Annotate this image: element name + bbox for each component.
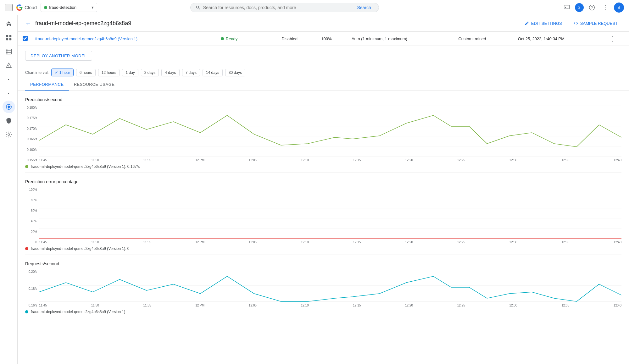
project-name: fraud-detection xyxy=(49,5,90,10)
predictions-chart-svg xyxy=(39,106,621,156)
svg-rect-0 xyxy=(564,5,570,9)
traffic-split: — xyxy=(258,32,278,46)
sidebar-item-6[interactable]: ● xyxy=(3,87,15,99)
code-icon xyxy=(573,21,578,26)
error-legend-dot xyxy=(25,247,28,250)
predictions-legend-dot xyxy=(25,165,28,168)
interval-1day-button[interactable]: 1 day xyxy=(122,69,138,76)
header-actions: EDIT SETTINGS SAMPLE REQUEST xyxy=(520,19,621,28)
prediction-error-section: Prediction error percentage 100% 80% 60%… xyxy=(18,173,629,255)
error-chart-area: 11:45 11:50 11:55 12 PM 12:05 12:10 12:1… xyxy=(39,188,621,244)
requests-legend-text: fraud-ml-deployed-model-qemec2zg4b6s8a9 … xyxy=(31,310,125,314)
svg-rect-6 xyxy=(9,38,11,40)
sidebar-item-alert[interactable] xyxy=(3,59,15,72)
top-nav: Cloud fraud-detection ▾ Search 2 ? ⋮ B xyxy=(0,0,629,15)
user-avatar[interactable]: B xyxy=(614,3,624,13)
requests-chart-svg xyxy=(39,270,621,301)
terminal-icon-button[interactable] xyxy=(561,2,572,13)
help-icon-button[interactable]: ? xyxy=(586,2,598,13)
project-selector[interactable]: fraud-detection ▾ xyxy=(41,3,97,12)
chevron-down-icon: ▾ xyxy=(92,5,94,10)
nav-icons: 2 ? ⋮ B xyxy=(561,2,624,13)
deployed-models-table: fraud-ml-deployed-model-qemec2zg4b6s8a9 … xyxy=(18,32,629,46)
chart-interval-controls: Chart interval: ✓ 1 hour 6 hours 12 hour… xyxy=(18,66,629,76)
interval-2days-button[interactable]: 2 days xyxy=(141,69,159,76)
model-type: Custom trained xyxy=(454,32,514,46)
svg-rect-4 xyxy=(9,35,11,37)
sidebar-item-5[interactable]: ● xyxy=(3,73,15,85)
svg-rect-7 xyxy=(6,49,11,54)
svg-point-13 xyxy=(8,134,10,135)
search-button[interactable]: Search xyxy=(354,5,373,10)
sidebar-item-integrations[interactable] xyxy=(3,128,15,141)
google-cloud-logo: Cloud xyxy=(16,4,37,11)
model-name-link[interactable]: fraud-ml-deployed-model-qemec2zg4b6s8a9 … xyxy=(35,36,137,41)
predictions-legend: fraud-ml-deployed-model-qemec2zg4b6s8a9 … xyxy=(25,164,621,169)
status-dot-icon xyxy=(221,37,224,40)
requests-chart-wrapper: 0.20/s 0.18/s 0.16/s 11:45 11:50 11:55 xyxy=(25,270,621,307)
interval-1hour-label: 1 hour xyxy=(59,70,70,75)
deploy-another-model-button[interactable]: DEPLOY ANOTHER MODEL xyxy=(25,51,92,61)
interval-7days-button[interactable]: 7 days xyxy=(182,69,200,76)
row-more-button[interactable]: ⋮ xyxy=(610,35,616,42)
sidebar-item-vertex-ai[interactable] xyxy=(3,101,15,113)
edit-icon xyxy=(524,21,529,26)
requests-chart-title: Requests/second xyxy=(25,261,621,266)
chart-tabs: PERFORMANCE RESOURCE USAGE xyxy=(18,79,629,91)
svg-rect-5 xyxy=(6,38,8,40)
tab-resource-usage[interactable]: RESOURCE USAGE xyxy=(69,79,120,91)
tab-performance[interactable]: PERFORMANCE xyxy=(25,79,69,91)
main-content: ← fraud-ml-model-ep-qemec2zg4b6s8a9 EDIT… xyxy=(18,15,629,364)
predictions-per-second-section: Predictions/second 0.180/s 0.175/s 0.170… xyxy=(18,91,629,173)
error-chart-wrapper: 100% 80% 60% 40% 20% 0 xyxy=(25,188,621,244)
sidebar-item-home[interactable] xyxy=(3,18,15,30)
sidebar-item-security[interactable] xyxy=(3,114,15,127)
page-header: ← fraud-ml-model-ep-qemec2zg4b6s8a9 EDIT… xyxy=(18,15,629,32)
interval-4days-button[interactable]: 4 days xyxy=(161,69,179,76)
sidebar-item-analytics[interactable] xyxy=(3,45,15,58)
deployed-date: Oct 25, 2022, 1:40:34 PM xyxy=(514,32,606,46)
svg-rect-3 xyxy=(6,35,8,37)
sidebar-item-dashboard[interactable] xyxy=(3,31,15,44)
interval-6hours-button[interactable]: 6 hours xyxy=(76,69,96,76)
hamburger-menu[interactable] xyxy=(5,4,13,11)
predictions-chart-title: Predictions/second xyxy=(25,97,621,102)
notification-badge[interactable]: 2 xyxy=(575,3,584,12)
google-logo-icon xyxy=(16,4,23,11)
interval-30days-button[interactable]: 30 days xyxy=(225,69,245,76)
predictions-chart-wrapper: 0.180/s 0.175/s 0.170/s 0.165/s 0.160/s … xyxy=(25,106,621,162)
project-status-dot xyxy=(44,6,47,9)
interval-1hour-button[interactable]: ✓ 1 hour xyxy=(51,69,74,76)
error-yaxis: 100% 80% 60% 40% 20% 0 xyxy=(25,188,39,244)
interval-14days-button[interactable]: 14 days xyxy=(203,69,223,76)
error-legend: fraud-ml-deployed-model-qemec2zg4b6s8a9 … xyxy=(25,246,621,251)
error-xaxis: 11:45 11:50 11:55 12 PM 12:05 12:10 12:1… xyxy=(39,240,621,244)
chart-interval-label: Chart interval: xyxy=(25,70,49,75)
explainability: Disabled xyxy=(278,32,317,46)
sidebar-nav: ● ● xyxy=(0,15,18,364)
edit-settings-button[interactable]: EDIT SETTINGS xyxy=(520,19,566,28)
svg-point-12 xyxy=(8,106,10,108)
search-icon xyxy=(196,5,201,10)
back-button[interactable]: ← xyxy=(25,20,31,27)
model-status: Ready xyxy=(221,36,254,41)
table-row: fraud-ml-deployed-model-qemec2zg4b6s8a9 … xyxy=(18,32,629,46)
error-chart-title: Prediction error percentage xyxy=(25,179,621,184)
predictions-yaxis: 0.180/s 0.175/s 0.170/s 0.165/s 0.160/s … xyxy=(25,106,39,162)
search-input[interactable] xyxy=(203,5,352,10)
logo-text: Cloud xyxy=(25,5,37,10)
predictions-legend-text: fraud-ml-deployed-model-qemec2zg4b6s8a9 … xyxy=(31,164,140,169)
requests-per-second-section: Requests/second 0.20/s 0.18/s 0.16/s 11 xyxy=(18,255,629,318)
interval-12hours-button[interactable]: 12 hours xyxy=(98,69,120,76)
requests-xaxis: 11:45 11:50 11:55 12 PM 12:05 12:10 12:1… xyxy=(39,304,621,307)
search-bar[interactable]: Search xyxy=(190,3,379,12)
compute: 100% xyxy=(317,32,348,46)
sample-request-button[interactable]: SAMPLE REQUEST xyxy=(570,19,621,28)
more-options-icon-button[interactable]: ⋮ xyxy=(600,2,611,13)
scaling: Auto (1 minimum, 1 maximum) xyxy=(348,32,454,46)
model-checkbox[interactable] xyxy=(23,36,28,41)
svg-text:?: ? xyxy=(591,6,593,9)
requests-yaxis: 0.20/s 0.18/s 0.16/s xyxy=(25,270,39,307)
requests-chart-area: 11:45 11:50 11:55 12 PM 12:05 12:10 12:1… xyxy=(39,270,621,307)
predictions-xaxis: 11:45 11:50 11:55 12 PM 12:05 12:10 12:1… xyxy=(39,158,621,162)
